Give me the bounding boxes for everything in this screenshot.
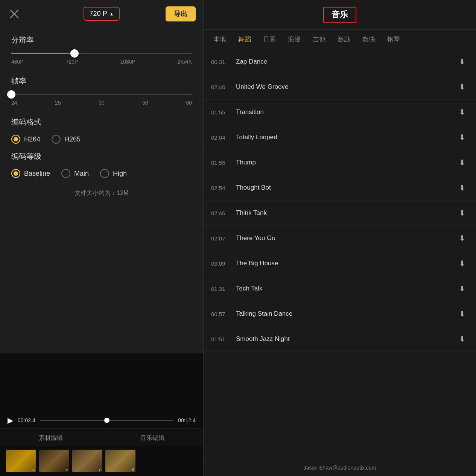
close-button[interactable]	[8, 7, 21, 21]
name-zap-dance: Zap Dance	[230, 58, 456, 65]
level-baseline-label: Baseline	[24, 170, 50, 178]
category-tabs: 本地 舞蹈 日系 浪漫 吉他 激励 欢快 钢琴	[204, 30, 476, 49]
track-united-we-groove[interactable]: 02:40 United We Groove ⬇	[204, 75, 476, 100]
framerate-labels: 24 25 30 50 60	[11, 100, 192, 106]
download-there-you-go[interactable]: ⬇	[456, 232, 468, 245]
codec-h264-label: H264	[24, 135, 40, 143]
download-icon: ⬇	[459, 108, 465, 117]
name-there-you-go: There You Go	[230, 234, 456, 242]
codec-radio-group: H264 H265	[11, 135, 192, 144]
framerate-section: 帧率 24 25 30 50 60	[11, 76, 192, 106]
file-size-note: 文件大小约为：12M	[11, 189, 192, 197]
codec-h264[interactable]: H264	[11, 135, 40, 144]
editor-tabs: 素材编辑 音乐编辑	[0, 429, 203, 446]
download-icon: ⬇	[459, 158, 465, 167]
cat-piano[interactable]: 钢琴	[381, 30, 406, 49]
level-baseline-radio[interactable]	[11, 169, 20, 178]
tab-music-edit[interactable]: 音乐编辑	[102, 429, 203, 446]
track-thump[interactable]: 01:55 Thump ⬇	[204, 150, 476, 175]
level-main-radio[interactable]	[61, 169, 70, 178]
download-icon: ⬇	[459, 335, 465, 344]
cat-romance[interactable]: 浪漫	[282, 30, 307, 49]
track-tech-talk[interactable]: 01:31 Tech Talk ⬇	[204, 276, 476, 301]
thumbnail-7[interactable]: 7	[72, 450, 102, 472]
resolution-selector[interactable]: 720 P ▲	[84, 7, 120, 21]
codec-h265-radio[interactable]	[52, 135, 61, 144]
duration-tech-talk: 01:31	[211, 286, 230, 292]
level-section: 编码等级 Baseline Main High	[11, 151, 192, 178]
duration-thought-bot: 02:54	[211, 185, 230, 191]
duration-thump: 01:55	[211, 160, 230, 166]
framerate-title: 帧率	[11, 76, 192, 86]
download-icon: ⬇	[459, 234, 465, 243]
cat-local[interactable]: 本地	[207, 30, 232, 49]
thumbnail-8[interactable]: 8	[105, 450, 135, 472]
download-talking-stain-dance[interactable]: ⬇	[456, 307, 468, 320]
codec-h265[interactable]: H265	[52, 135, 81, 144]
thumbnail-6[interactable]: 6	[39, 450, 69, 472]
level-high-radio[interactable]	[100, 169, 109, 178]
duration-talking-stain-dance: 00:57	[211, 311, 230, 317]
download-zap-dance[interactable]: ⬇	[456, 55, 468, 68]
name-think-tank: Think Tank	[230, 209, 456, 217]
download-icon: ⬇	[459, 183, 465, 192]
music-panel-title: 音乐	[323, 7, 356, 23]
cat-happy[interactable]: 欢快	[356, 30, 381, 49]
track-totally-looped[interactable]: 02:04 Totally Looped ⬇	[204, 125, 476, 150]
duration-transition: 01:55	[211, 109, 230, 116]
duration-the-big-house: 03:09	[211, 260, 230, 267]
download-united-we-groove[interactable]: ⬇	[456, 81, 468, 93]
download-transition[interactable]: ⬇	[456, 106, 468, 119]
thumbnail-5[interactable]: 5	[6, 450, 36, 472]
cat-japanese[interactable]: 日系	[257, 30, 282, 49]
download-tech-talk[interactable]: ⬇	[456, 282, 468, 295]
track-smooth-jazz-night[interactable]: 01:51 Smooth Jazz Night ⬇	[204, 327, 476, 352]
level-baseline[interactable]: Baseline	[11, 169, 50, 178]
current-time: 00:02.4	[18, 417, 35, 423]
dropdown-arrow-icon: ▲	[109, 11, 114, 17]
download-think-tank[interactable]: ⬇	[456, 207, 468, 219]
download-icon: ⬇	[459, 82, 465, 91]
download-smooth-jazz-night[interactable]: ⬇	[456, 333, 468, 345]
level-main-label: Main	[74, 170, 89, 178]
right-panel: 音乐 本地 舞蹈 日系 浪漫 吉他 激励 欢快 钢琴 00:31 Zap	[203, 0, 476, 476]
export-button[interactable]: 导出	[166, 6, 196, 21]
track-transition[interactable]: 01:55 Transition ⬇	[204, 100, 476, 125]
level-high[interactable]: High	[100, 169, 127, 178]
cat-motivational[interactable]: 激励	[332, 30, 356, 49]
download-icon: ⬇	[459, 57, 465, 66]
level-title: 编码等级	[11, 151, 192, 161]
resolution-slider[interactable]	[11, 53, 192, 54]
track-there-you-go[interactable]: 02:07 There You Go ⬇	[204, 226, 476, 251]
footer-credit: Jason Shaw@audionautix.com	[204, 459, 476, 476]
resolution-value: 720 P	[90, 10, 107, 18]
play-button[interactable]: ▶	[8, 416, 13, 425]
track-zap-dance[interactable]: 00:31 Zap Dance ⬇	[204, 49, 476, 75]
download-totally-looped[interactable]: ⬇	[456, 131, 468, 144]
thumbnails-row: 5 6 7 8	[0, 446, 203, 476]
progress-bar[interactable]	[40, 420, 174, 421]
download-thump[interactable]: ⬇	[456, 156, 468, 169]
codec-h264-radio[interactable]	[11, 135, 20, 144]
name-totally-looped: Totally Looped	[230, 134, 456, 141]
codec-section: 编码格式 H264 H265	[11, 117, 192, 144]
name-transition: Transition	[230, 108, 456, 116]
track-think-tank[interactable]: 02:46 Think Tank ⬇	[204, 201, 476, 226]
codec-title: 编码格式	[11, 117, 192, 127]
track-talking-stain-dance[interactable]: 00:57 Talking Stain Dance ⬇	[204, 301, 476, 327]
track-thought-bot[interactable]: 02:54 Thought Bot ⬇	[204, 175, 476, 201]
duration-zap-dance: 00:31	[211, 59, 230, 65]
framerate-slider[interactable]	[11, 94, 192, 95]
name-tech-talk: Tech Talk	[230, 285, 456, 292]
level-main[interactable]: Main	[61, 169, 89, 178]
download-icon: ⬇	[459, 259, 465, 268]
cat-guitar[interactable]: 吉他	[307, 30, 332, 49]
cat-dance[interactable]: 舞蹈	[232, 30, 257, 49]
left-panel: 720 P ▲ 导出 分辨率 480P 720P 1080P 2K/4K 帧率	[0, 0, 203, 476]
track-the-big-house[interactable]: 03:09 The Big House ⬇	[204, 251, 476, 276]
resolution-labels: 480P 720P 1080P 2K/4K	[11, 59, 192, 65]
download-thought-bot[interactable]: ⬇	[456, 181, 468, 194]
download-icon: ⬇	[459, 133, 465, 142]
tab-material-edit[interactable]: 素材编辑	[0, 429, 102, 446]
download-the-big-house[interactable]: ⬇	[456, 257, 468, 270]
